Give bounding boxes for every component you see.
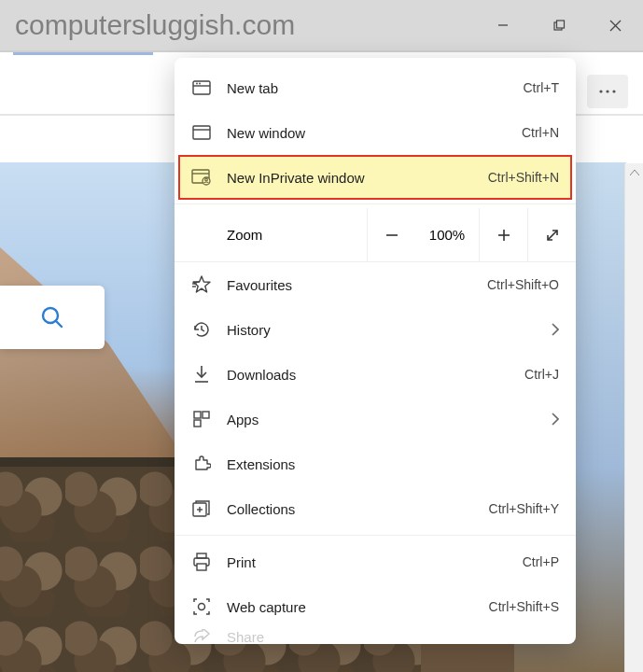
zoom-value: 100% (415, 208, 479, 261)
menu-item-shortcut: Ctrl+N (522, 125, 559, 140)
zoom-in-button[interactable] (479, 208, 527, 261)
svg-rect-10 (193, 81, 210, 94)
search-icon (38, 303, 66, 331)
menu-item-shortcut: Ctrl+P (523, 554, 559, 569)
print-icon (191, 552, 212, 572)
svg-point-40 (199, 604, 205, 610)
menu-item-shortcut: Ctrl+Shift+S (489, 599, 559, 614)
window-controls (475, 0, 643, 50)
menu-new-inprivate-window[interactable]: New InPrivate window Ctrl+Shift+N (178, 155, 572, 200)
svg-line-23 (548, 231, 557, 240)
watermark-text: computersluggish.com (15, 9, 295, 41)
menu-item-label: Print (227, 554, 523, 570)
collections-icon (191, 498, 212, 519)
chevron-right-icon (552, 323, 559, 336)
menu-new-window[interactable]: New window Ctrl+N (175, 110, 576, 155)
svg-rect-31 (194, 412, 201, 418)
svg-point-5 (599, 90, 602, 92)
download-icon (191, 364, 212, 385)
maximize-button[interactable] (531, 0, 587, 50)
menu-extensions[interactable]: Extensions (175, 441, 576, 486)
menu-item-label: New window (227, 125, 522, 141)
new-window-icon (191, 122, 212, 143)
settings-menu: New tab Ctrl+T New window Ctrl+N New InP… (175, 58, 576, 644)
svg-point-6 (606, 90, 608, 92)
menu-separator (175, 535, 576, 536)
svg-point-13 (199, 83, 201, 85)
menu-downloads[interactable]: Downloads Ctrl+J (175, 352, 576, 397)
menu-web-capture[interactable]: Web capture Ctrl+Shift+S (175, 584, 576, 629)
svg-rect-33 (194, 420, 201, 427)
menu-item-shortcut: Ctrl+T (524, 80, 560, 95)
svg-point-7 (612, 90, 615, 92)
apps-icon (191, 409, 212, 429)
svg-rect-39 (197, 564, 206, 570)
menu-item-label: Extensions (227, 456, 559, 472)
svg-rect-14 (193, 126, 210, 139)
menu-item-shortcut: Ctrl+Shift+N (488, 170, 559, 185)
history-icon (191, 319, 212, 340)
menu-new-tab[interactable]: New tab Ctrl+T (175, 65, 576, 110)
inprivate-icon (191, 167, 212, 188)
zoom-label: Zoom (191, 227, 367, 243)
menu-item-label: Share (227, 629, 559, 644)
active-tab-indicator (13, 52, 153, 55)
svg-rect-32 (203, 412, 209, 418)
zoom-controls: 100% (367, 208, 576, 261)
menu-item-label: Collections (227, 501, 489, 517)
menu-item-label: History (227, 322, 540, 338)
menu-collections[interactable]: Collections Ctrl+Shift+Y (175, 486, 576, 531)
zoom-out-button[interactable] (367, 208, 415, 261)
web-capture-icon (191, 596, 212, 617)
menu-item-label: Apps (227, 412, 540, 427)
settings-and-more-button[interactable] (587, 75, 628, 108)
svg-point-12 (196, 83, 198, 85)
svg-rect-2 (556, 21, 564, 28)
menu-item-label: Downloads (227, 367, 524, 383)
scroll-up-button[interactable] (625, 163, 643, 182)
extensions-icon (191, 454, 212, 474)
fullscreen-button[interactable] (527, 208, 576, 261)
menu-item-label: New tab (227, 80, 524, 96)
menu-item-shortcut: Ctrl+Shift+O (487, 277, 559, 292)
menu-apps[interactable]: Apps (175, 397, 576, 441)
search-button[interactable] (0, 286, 105, 349)
menu-item-label: Favourites (227, 277, 487, 293)
menu-item-label: Web capture (227, 599, 489, 615)
menu-separator (175, 203, 576, 204)
window-titlebar: computersluggish.com (0, 0, 643, 52)
minimize-button[interactable] (475, 0, 531, 50)
menu-history[interactable]: History (175, 307, 576, 352)
close-button[interactable] (587, 0, 643, 50)
star-icon (191, 274, 212, 295)
menu-print[interactable]: Print Ctrl+P (175, 539, 576, 584)
menu-zoom: Zoom 100% (175, 208, 576, 262)
share-icon (191, 629, 212, 644)
vertical-scrollbar[interactable] (624, 163, 643, 672)
new-tab-icon (191, 77, 212, 98)
menu-share[interactable]: Share (175, 629, 576, 644)
menu-item-shortcut: Ctrl+Shift+Y (489, 501, 559, 516)
svg-rect-37 (197, 553, 206, 558)
chevron-right-icon (552, 413, 559, 426)
menu-item-shortcut: Ctrl+J (524, 367, 559, 382)
menu-item-label: New InPrivate window (227, 170, 488, 186)
menu-favourites[interactable]: Favourites Ctrl+Shift+O (175, 262, 576, 307)
svg-line-9 (56, 321, 62, 327)
